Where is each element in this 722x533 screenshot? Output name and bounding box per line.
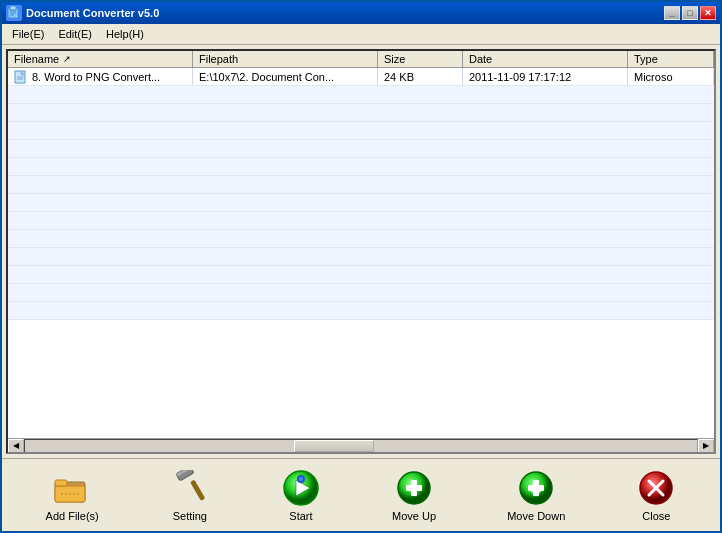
table-row-empty-1 [8,86,714,104]
close-button[interactable]: Close [627,465,685,525]
menu-bar: File(E) Edit(E) Help(H) [2,24,720,45]
cell-filename: 8. Word to PNG Convert... [8,68,193,85]
table-row-empty-5 [8,158,714,176]
table-body: 8. Word to PNG Convert... E:\10x7\2. Doc… [8,68,714,438]
add-files-label: Add File(s) [46,510,99,522]
menu-edit[interactable]: Edit(E) [52,26,98,42]
move-down-button[interactable]: Move Down [498,465,574,525]
close-label: Close [642,510,670,522]
window-title: Document Converter v5.0 [26,7,159,19]
close-icon [636,468,676,508]
table-row[interactable]: 8. Word to PNG Convert... E:\10x7\2. Doc… [8,68,714,86]
app-icon [6,5,22,21]
horizontal-scrollbar[interactable]: ◀ ▶ [8,438,714,452]
cell-size: 24 KB [378,68,463,85]
table-row-empty-13 [8,302,714,320]
svg-rect-1 [10,6,16,10]
move-up-icon [394,468,434,508]
table-row-empty-8 [8,212,714,230]
svg-rect-24 [528,485,544,491]
start-icon [281,468,321,508]
table-row-empty-11 [8,266,714,284]
add-files-icon [52,468,92,508]
move-up-label: Move Up [392,510,436,522]
minimize-button[interactable]: _ [664,6,680,20]
header-filepath: Filepath [193,51,378,67]
header-filename: Filename ↗ [8,51,193,67]
table-row-empty-12 [8,284,714,302]
header-date: Date [463,51,628,67]
move-down-icon [516,468,556,508]
svg-point-18 [299,477,303,481]
maximize-button[interactable]: □ [682,6,698,20]
table-row-empty-10 [8,248,714,266]
sort-icon: ↗ [63,54,71,64]
move-down-label: Move Down [507,510,565,522]
title-bar: Document Converter v5.0 _ □ ✕ [2,2,720,24]
table-row-empty-2 [8,104,714,122]
window-controls: _ □ ✕ [664,6,716,20]
scroll-left-button[interactable]: ◀ [8,439,24,453]
main-window: Document Converter v5.0 _ □ ✕ File(E) Ed… [0,0,722,533]
table-row-empty-7 [8,194,714,212]
table-row-empty-3 [8,122,714,140]
setting-button[interactable]: Setting [161,465,219,525]
start-label: Start [289,510,312,522]
file-list: Filename ↗ Filepath Size Date Type [6,49,716,454]
start-button[interactable]: Start [272,465,330,525]
table-row-empty-6 [8,176,714,194]
setting-icon [170,468,210,508]
setting-label: Setting [173,510,207,522]
scroll-right-button[interactable]: ▶ [698,439,714,453]
header-size: Size [378,51,463,67]
scroll-track[interactable] [24,439,698,453]
svg-rect-12 [190,480,205,502]
cell-filepath: E:\10x7\2. Document Con... [193,68,378,85]
menu-file[interactable]: File(E) [6,26,50,42]
toolbar: Add File(s) Setting [2,458,720,531]
table-header: Filename ↗ Filepath Size Date Type [8,51,714,68]
cell-date: 2011-11-09 17:17:12 [463,68,628,85]
move-up-button[interactable]: Move Up [383,465,445,525]
table-row-empty-9 [8,230,714,248]
content-area: Filename ↗ Filepath Size Date Type [2,45,720,458]
scroll-thumb[interactable] [294,440,374,452]
menu-help[interactable]: Help(H) [100,26,150,42]
add-files-button[interactable]: Add File(s) [37,465,108,525]
svg-rect-10 [55,480,67,486]
table-row-empty-4 [8,140,714,158]
cell-type: Microso [628,68,714,85]
header-type: Type [628,51,714,67]
svg-rect-21 [406,485,422,491]
window-close-button[interactable]: ✕ [700,6,716,20]
file-icon [14,70,28,84]
